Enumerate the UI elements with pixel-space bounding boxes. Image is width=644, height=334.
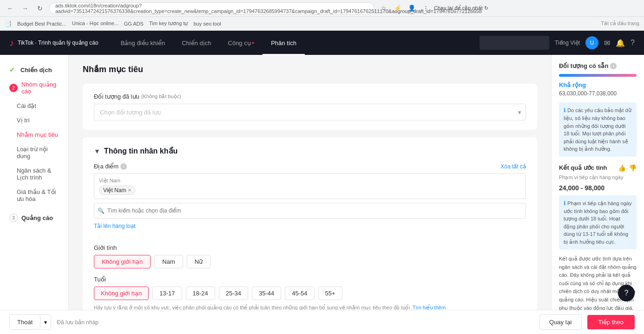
sidebar-label-nham: Nhắm mục tiêu — [17, 131, 58, 138]
age-45-54[interactable]: 45-54 — [285, 287, 314, 300]
clear-all-link[interactable]: Xóa tất cả — [500, 163, 526, 170]
bookmark-ggads-label: GG ADS — [124, 21, 144, 27]
age-13-17[interactable]: 13-17 — [152, 287, 182, 300]
extensions-button[interactable]: ⚡ — [392, 3, 403, 14]
messages-icon[interactable]: ✉ — [604, 39, 610, 47]
back-button-main[interactable]: Quay lại — [539, 314, 581, 330]
help-fab-button[interactable]: ? — [618, 285, 635, 301]
demographics-section: ▼ Thông tin nhân khẩu Địa điểm i Xóa tất… — [83, 137, 537, 334]
gender-male[interactable]: Nam — [154, 255, 183, 268]
age-unlimited[interactable]: Không giới hạn — [94, 287, 149, 300]
audience-available-title: Đối tượng có sẵn i — [559, 62, 637, 69]
daily-reach-label: Phạm vi tiếp cận hàng ngày — [559, 174, 637, 180]
bookmark-unica[interactable]: Unica - Học online... — [72, 20, 118, 27]
user-avatar[interactable]: U — [585, 36, 598, 49]
sidebar-item-nhom-quang-cao[interactable]: 2 Nhóm quảng cáo — [0, 77, 68, 99]
bookmark-ggads[interactable]: GG ADS — [124, 21, 144, 27]
nav-search[interactable] — [480, 36, 549, 50]
bookmark-timkey[interactable]: Tim key tương tự — [149, 20, 188, 27]
sidebar-item-cai-dat[interactable]: Cài đặt — [0, 99, 68, 113]
lang-selector[interactable]: Tiếng Việt — [555, 40, 580, 46]
url-bar[interactable]: ads.tiktok.com/i18n/creation/adgroup?aad… — [49, 2, 375, 14]
location-label: Địa điểm i Xóa tất cả — [94, 163, 526, 170]
location-info-icon[interactable]: i — [120, 163, 127, 170]
reload-button[interactable]: ↻ — [34, 3, 46, 14]
sidebar-label-ngan-sach: Ngân sách & Lịch trình — [17, 167, 59, 181]
gender-female[interactable]: Nữ — [187, 255, 210, 268]
demographics-header[interactable]: ▼ Thông tin nhân khẩu — [94, 147, 526, 155]
thumb-buttons: 👍 👎 — [618, 164, 637, 172]
nav-dashboard[interactable]: Bảng điều khiển — [112, 31, 174, 55]
profile-button[interactable]: 👤 — [406, 3, 417, 14]
age-18-24[interactable]: 18-24 — [186, 287, 215, 300]
age-55plus[interactable]: 55+ — [318, 287, 342, 300]
audience-saved-select[interactable]: Chọn đối tượng đã lưu — [94, 104, 526, 120]
back-button[interactable]: ← — [5, 3, 16, 14]
sidebar-num-3: 3 — [9, 214, 18, 222]
tiktok-logo-icon: ♪ — [9, 38, 14, 48]
sidebar-item-ngan-sach[interactable]: Ngân sách & Lịch trình — [0, 163, 68, 185]
nav-tools[interactable]: Công cụ ● — [220, 31, 263, 55]
age-25-34[interactable]: 25-34 — [219, 287, 248, 300]
help-icon[interactable]: ? — [631, 39, 635, 47]
sidebar-label-vi-tri: Vị trí — [17, 117, 30, 124]
location-tag-close[interactable]: × — [128, 187, 131, 194]
nav-campaigns[interactable]: Chiến dịch — [173, 31, 219, 55]
sidebar-item-quang-cao[interactable]: 3 Quảng cáo — [0, 210, 68, 226]
menu-button[interactable]: ⋮ — [420, 3, 431, 14]
audience-select-wrapper: Chọn đối tượng đã lưu — [94, 104, 526, 120]
nav-analytics[interactable]: Phân tích — [263, 31, 305, 55]
bookmarks-label: 📑 — [5, 20, 12, 27]
content-area: Nhắm mục tiêu Đối tượng đã lưu (Không bắ… — [69, 55, 551, 334]
daily-reach-range: 24,000 - 98,000 — [559, 184, 637, 192]
audience-type: Khả rộng — [559, 81, 637, 88]
sidebar-num-2: 2 — [9, 84, 18, 92]
sidebar-label-loai-tru: Loại trừ nội dung — [17, 146, 59, 160]
nav-right: Tiếng Việt U ✉ 🔔 ? — [480, 36, 635, 50]
optional-text: (Không bắt buộc) — [141, 94, 181, 100]
sidebar-item-nham-muc-tieu[interactable]: Nhắm mục tiêu — [0, 127, 68, 142]
bulk-upload-link[interactable]: Tải lên hàng loạt — [94, 223, 135, 229]
location-country: Việt Nam — [99, 178, 521, 184]
age-35-44[interactable]: 35-44 — [252, 287, 281, 300]
rerun-button[interactable]: Chạy lại để cặp nhất ↻ — [434, 5, 488, 11]
forward-button[interactable]: → — [20, 3, 31, 14]
location-box: Việt Nam Việt Nam × — [94, 174, 526, 199]
bookmark-button[interactable]: ☆ — [378, 3, 389, 14]
daily-reach-info-box: ℹ Phạm vi tiếp cận hàng ngày ước tính kh… — [559, 195, 637, 250]
sidebar-item-loai-tru[interactable]: Loại trừ nội dung — [0, 142, 68, 163]
sidebar-item-gia-thau[interactable]: Giá thầu & Tối ưu hóa — [0, 185, 68, 206]
audience-placeholder: Chọn đối tượng đã lưu — [100, 109, 161, 116]
gender-label: Giới tính — [94, 244, 526, 251]
location-tag: Việt Nam × — [99, 186, 135, 195]
thumbs-down-button[interactable]: 👎 — [629, 164, 637, 172]
location-search-wrap — [94, 203, 526, 219]
sidebar-label-nhom: Nhóm quảng cáo — [21, 81, 59, 95]
reach-info-icon: ℹ — [564, 200, 566, 207]
exit-button[interactable]: Thoát — [10, 315, 40, 329]
thumbs-up-button[interactable]: 👍 — [618, 164, 626, 172]
gender-unlimited[interactable]: Không giới hạn — [94, 255, 151, 268]
sidebar-item-chien-dich[interactable]: ✓ Chiến dịch — [0, 62, 68, 77]
next-button[interactable]: Tiếp theo — [587, 315, 635, 329]
all-bookmarks[interactable]: Tất cả dấu trang — [601, 20, 639, 27]
page-title: Nhắm mục tiêu — [83, 64, 537, 74]
saved-audience-section: Đối tượng đã lưu (Không bắt buộc) Chọn đ… — [83, 84, 537, 130]
bookmark-buyseo[interactable]: buy seo tool — [193, 21, 221, 27]
bottom-bar: Thoát ▾ Đã lưu bản nháp Quay lại Tiếp th… — [0, 310, 644, 334]
tiktok-navbar: ♪ TikTok · Trình quản lý quảng cáo Bảng … — [0, 31, 644, 55]
audience-info-icon[interactable]: i — [610, 63, 617, 69]
bookmark-budget[interactable]: Budget Best Practic... — [17, 21, 66, 27]
sidebar-item-vi-tri[interactable]: Vị trí — [0, 113, 68, 127]
check-icon: ✓ — [9, 66, 17, 73]
browser-actions: ☆ ⚡ 👤 ⋮ Chạy lại để cặp nhất ↻ — [378, 3, 488, 14]
location-search-input[interactable] — [94, 203, 526, 219]
age-group-container: Tuổi Không giới hạn 13-17 18-24 25-34 35… — [94, 276, 526, 312]
exit-group: Thoát ▾ — [9, 314, 51, 330]
audience-info-box: ℹ Do các yêu cầu bảo mật dữ liệu, số liệ… — [559, 102, 637, 157]
audience-range: 63,030,000-77,038,000 — [559, 90, 637, 97]
exit-dropdown-button[interactable]: ▾ — [40, 315, 51, 329]
notifications-icon[interactable]: 🔔 — [616, 39, 625, 47]
age-options: Không giới hạn 13-17 18-24 25-34 35-44 4… — [94, 287, 526, 300]
results-title: Kết quả ước tính 👍 👎 — [559, 164, 637, 172]
